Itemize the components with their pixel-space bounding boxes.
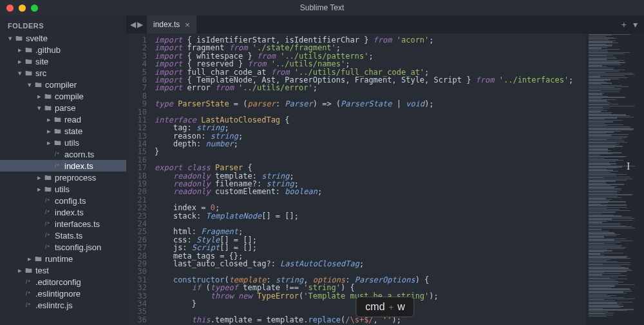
- file-icon: /*: [53, 151, 62, 157]
- file-row[interactable]: /*.eslintrc.js: [0, 299, 126, 311]
- folder-row[interactable]: ▸site: [0, 55, 126, 67]
- folder-row[interactable]: ▾compiler: [0, 79, 126, 90]
- line-number: 20: [126, 188, 147, 195]
- file-icon: /*: [43, 221, 52, 227]
- folder-row[interactable]: ▸read: [0, 113, 126, 125]
- line-number: 15: [126, 148, 147, 155]
- line-number: 4: [126, 60, 147, 68]
- sidebar: FOLDERS ▾svelte▸.github▸site▾src▾compile…: [0, 15, 126, 325]
- tree-item-label: .editorconfig: [35, 277, 81, 287]
- file-row[interactable]: /*index.ts: [0, 160, 126, 172]
- chevron-right-icon: ▸: [26, 255, 33, 263]
- file-icon: /*: [24, 279, 33, 285]
- line-number: 7: [126, 84, 147, 92]
- file-row[interactable]: /*acorn.ts: [0, 148, 126, 160]
- tab-bar: ◀ ▶ index.ts × + ▾: [126, 15, 644, 34]
- file-row[interactable]: /*tsconfig.json: [0, 241, 126, 253]
- file-row[interactable]: /*interfaces.ts: [0, 218, 126, 230]
- tree-item-label: read: [64, 115, 81, 124]
- nav-back-icon[interactable]: ◀: [130, 20, 136, 29]
- sidebar-heading: FOLDERS: [0, 19, 126, 32]
- line-number: 30: [126, 268, 147, 275]
- file-row[interactable]: /*index.ts: [0, 206, 126, 218]
- chevron-down-icon: ▾: [26, 81, 33, 89]
- folder-icon: [53, 128, 62, 135]
- active-tab[interactable]: index.ts ×: [147, 15, 196, 34]
- tree-item-label: compiler: [45, 80, 77, 90]
- file-row[interactable]: /*Stats.ts: [0, 230, 126, 241]
- keystroke-overlay: cmd + w: [355, 297, 414, 317]
- minimap[interactable]: [586, 34, 644, 325]
- tree-item-label: acorn.ts: [64, 150, 94, 159]
- folder-row[interactable]: ▸compile: [0, 90, 126, 102]
- folder-row[interactable]: ▸.github: [0, 44, 126, 55]
- code-line: depth: number;: [155, 140, 573, 148]
- folder-row[interactable]: ▾svelte: [0, 32, 126, 44]
- close-window-button[interactable]: [6, 5, 14, 12]
- chevron-right-icon: ▸: [45, 115, 53, 124]
- key-cmd: cmd: [365, 301, 384, 313]
- tab-close-icon[interactable]: ×: [185, 20, 190, 30]
- line-number: 12: [126, 124, 147, 132]
- folder-icon: [53, 116, 62, 123]
- file-row[interactable]: /*.eslintignore: [0, 288, 126, 299]
- file-row[interactable]: /*.editorconfig: [0, 276, 126, 288]
- nav-forward-icon[interactable]: ▶: [137, 20, 143, 29]
- tree-item-label: Stats.ts: [55, 231, 82, 241]
- tab-menu-icon[interactable]: ▾: [633, 19, 638, 30]
- folder-icon: [24, 58, 33, 65]
- tree-item-label: site: [35, 57, 48, 66]
- tree-item-label: utils: [55, 184, 70, 194]
- folder-icon: [43, 186, 52, 193]
- window-controls: [6, 5, 38, 12]
- folder-row[interactable]: ▸preprocess: [0, 172, 126, 183]
- folder-icon: [24, 70, 33, 77]
- file-icon: /*: [43, 197, 52, 204]
- app-title: Sublime Text: [300, 3, 344, 12]
- chevron-right-icon: ▸: [45, 127, 53, 135]
- file-row[interactable]: /*config.ts: [0, 195, 126, 206]
- folder-row[interactable]: ▾src: [0, 67, 126, 79]
- folder-icon: [43, 93, 52, 100]
- line-number: 17: [126, 164, 147, 172]
- line-gutter: 1234567891011121314151617181920212223242…: [126, 34, 152, 325]
- chevron-right-icon: ▸: [16, 266, 24, 275]
- folder-row[interactable]: ▸test: [0, 264, 126, 276]
- folder-icon: [14, 35, 23, 42]
- folder-row[interactable]: ▸state: [0, 125, 126, 137]
- folder-row[interactable]: ▾parse: [0, 102, 126, 113]
- line-number: 9: [126, 100, 147, 108]
- minimize-window-button[interactable]: [19, 5, 26, 12]
- code-line: type ParserState = (parser: Parser) => (…: [155, 100, 573, 108]
- tree-item-label: utils: [64, 138, 79, 148]
- tree-item-label: parse: [55, 103, 76, 113]
- chevron-down-icon: ▾: [6, 34, 14, 43]
- file-icon: /*: [24, 302, 33, 308]
- file-icon: /*: [43, 244, 52, 250]
- code-area[interactable]: import { isIdentifierStart, isIdentifier…: [152, 34, 573, 325]
- chevron-right-icon: ▸: [35, 185, 43, 193]
- line-number: 2: [126, 44, 147, 52]
- tree-item-label: state: [64, 126, 82, 136]
- folder-row[interactable]: ▸runtime: [0, 253, 126, 264]
- tree-item-label: index.ts: [55, 208, 84, 217]
- tree-item-label: index.ts: [64, 161, 93, 171]
- folder-row[interactable]: ▸utils: [0, 137, 126, 148]
- editor[interactable]: 1234567891011121314151617181920212223242…: [126, 34, 644, 325]
- file-tree: ▾svelte▸.github▸site▾src▾compiler▸compil…: [0, 32, 126, 311]
- folder-icon: [43, 104, 52, 112]
- text-cursor-icon: I: [627, 162, 630, 170]
- code-line: }: [155, 148, 573, 155]
- tab-history-nav[interactable]: ◀ ▶: [126, 15, 147, 34]
- chevron-right-icon: ▸: [16, 46, 24, 54]
- tree-item-label: .github: [35, 45, 61, 55]
- file-icon: /*: [43, 232, 52, 239]
- new-tab-button[interactable]: +: [621, 19, 627, 30]
- maximize-window-button[interactable]: [31, 5, 38, 12]
- folder-row[interactable]: ▸utils: [0, 183, 126, 195]
- file-icon: /*: [24, 290, 33, 297]
- tree-item-label: svelte: [26, 34, 48, 43]
- line-number: 27: [126, 244, 147, 251]
- line-number: 22: [126, 204, 147, 212]
- folder-icon: [24, 267, 33, 274]
